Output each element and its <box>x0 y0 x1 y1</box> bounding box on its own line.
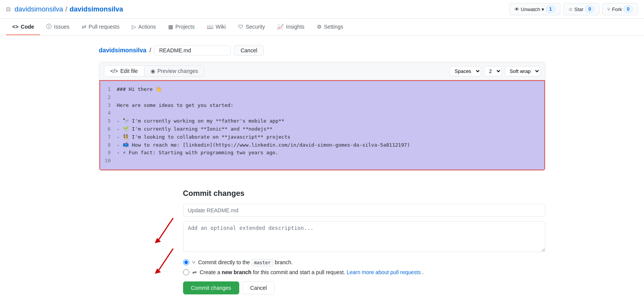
repo-icon: ⊡ <box>6 6 11 12</box>
code-editor[interactable]: 1 2 3 4 5 6 7 8 9 10 ### Hi there 👋 Here… <box>99 80 545 170</box>
radio-new-suffix: for this commit and start a pull request… <box>253 269 345 275</box>
spaces-select[interactable]: Spaces Tabs <box>450 66 481 76</box>
commit-title: Commit changes <box>183 189 545 198</box>
unwatch-button[interactable]: 👁 Unwatch ▾ 1 <box>509 3 560 15</box>
line-numbers: 1 2 3 4 5 6 7 8 9 10 <box>100 81 114 170</box>
security-icon: 🛡 <box>238 24 243 30</box>
commit-description-textarea[interactable] <box>183 221 545 252</box>
tab-wiki-label: Wiki <box>216 24 225 30</box>
wiki-icon: 📖 <box>207 24 213 30</box>
tab-code[interactable]: <> Code <box>6 19 40 35</box>
fork-label: Fork <box>612 6 622 12</box>
top-actions: 👁 Unwatch ▾ 1 ☆ Star 0 ⑂ Fork 0 <box>509 3 638 15</box>
repo-title-sep: / <box>65 5 67 13</box>
fork-icon: ⑂ <box>607 6 610 12</box>
commit-message-input[interactable] <box>183 204 545 217</box>
issues-icon: ⓘ <box>46 23 52 30</box>
repo-title: ⊡ davidsimonsilva / davidsimonsilva <box>6 5 123 13</box>
breadcrumb-owner[interactable]: davidsimonsilva <box>99 47 147 54</box>
projects-icon: ▦ <box>168 24 173 30</box>
fork-button[interactable]: ⑂ Fork 0 <box>602 3 638 15</box>
code-textarea[interactable]: ### Hi there 👋 Here are some ideas to ge… <box>114 81 544 170</box>
edit-icon: </> <box>110 68 118 74</box>
tab-pull-requests[interactable]: ⇄ Pull requests <box>76 19 126 35</box>
tab-issues[interactable]: ⓘ Issues <box>40 19 75 36</box>
editor-container: </> Edit file ◉ Preview changes Spaces T… <box>99 62 545 171</box>
preview-label: Preview changes <box>157 68 198 74</box>
radio-new-branch-option: ⇌ Create a new branch for this commit an… <box>183 269 545 275</box>
tab-security[interactable]: 🛡 Security <box>232 19 271 35</box>
pr-icon: ⇄ <box>82 24 86 30</box>
tab-code-label: Code <box>21 24 34 30</box>
radio-direct-text: Commit directly to the <box>198 259 250 265</box>
editor-toolbar: </> Edit file ◉ Preview changes Spaces T… <box>99 62 545 80</box>
svg-line-0 <box>158 218 173 241</box>
branch-split-icon: ⇌ <box>192 269 197 275</box>
unwatch-label: Unwatch <box>521 6 540 12</box>
indent-select[interactable]: 2 4 8 <box>484 66 502 76</box>
repo-name-link[interactable]: davidsimonsilva <box>70 5 123 13</box>
star-label: Star <box>574 6 584 12</box>
radio-direct-input[interactable] <box>183 259 189 265</box>
radio-direct-suffix: branch. <box>275 259 293 265</box>
filename-input[interactable] <box>154 45 231 55</box>
star-count: 0 <box>585 5 595 13</box>
tab-pr-label: Pull requests <box>89 24 120 30</box>
tab-insights-label: Insights <box>286 24 304 30</box>
breadcrumb: davidsimonsilva / Cancel <box>99 45 545 56</box>
edit-file-tab[interactable]: </> Edit file <box>104 65 144 77</box>
red-arrows-svg <box>146 210 177 279</box>
tab-wiki[interactable]: 📖 Wiki <box>201 19 232 35</box>
unwatch-count: 1 <box>546 5 555 13</box>
tab-actions-label: Actions <box>138 24 156 30</box>
radio-direct-option: ⑂ Commit directly to the master branch. <box>183 259 545 265</box>
chevron-down-icon: ▾ <box>542 6 544 12</box>
main-content: davidsimonsilva / Cancel </> Edit file ◉… <box>93 36 552 304</box>
new-branch-bold: new branch <box>222 269 251 275</box>
star-button[interactable]: ☆ Star 0 <box>563 3 600 15</box>
settings-icon: ⚙ <box>317 24 322 30</box>
preview-changes-tab[interactable]: ◉ Preview changes <box>144 65 205 77</box>
arrows-col <box>99 180 183 279</box>
svg-line-2 <box>158 249 173 271</box>
branch-name-badge: master <box>251 259 273 267</box>
breadcrumb-sep: / <box>149 47 151 54</box>
tab-actions[interactable]: ▷ Actions <box>126 19 162 35</box>
tab-projects-label: Projects <box>175 24 195 30</box>
code-icon: <> <box>12 24 18 30</box>
nav-tabs: <> Code ⓘ Issues ⇄ Pull requests ▷ Actio… <box>0 19 644 36</box>
radio-new-text: Create a <box>200 269 221 275</box>
insights-icon: 📈 <box>277 24 284 30</box>
tab-projects[interactable]: ▦ Projects <box>162 19 201 35</box>
top-bar: ⊡ davidsimonsilva / davidsimonsilva 👁 Un… <box>0 0 644 19</box>
radio-direct-label[interactable]: Commit directly to the master branch. <box>198 259 293 265</box>
commit-section: Commit changes ⑂ Commit directly to the … <box>183 189 545 294</box>
commit-changes-button[interactable]: Commit changes <box>183 281 239 294</box>
tab-settings[interactable]: ⚙ Settings <box>311 19 350 35</box>
breadcrumb-cancel-link[interactable]: Cancel <box>234 45 264 56</box>
commit-area-wrapper: Commit changes ⑂ Commit directly to the … <box>99 180 545 294</box>
commit-form: Commit changes ⑂ Commit directly to the … <box>183 180 545 294</box>
preview-icon: ◉ <box>151 68 155 74</box>
code-lines: 1 2 3 4 5 6 7 8 9 10 ### Hi there 👋 Here… <box>100 81 544 170</box>
editor-tabs: </> Edit file ◉ Preview changes <box>104 65 205 77</box>
edit-file-label: Edit file <box>120 68 138 74</box>
actions-icon: ▷ <box>132 24 136 30</box>
tab-issues-label: Issues <box>54 24 69 30</box>
radio-new-branch-input[interactable] <box>183 269 189 275</box>
radio-new-label[interactable]: Create a new branch for this commit and … <box>200 269 424 275</box>
fork-count: 0 <box>623 5 633 13</box>
tab-insights[interactable]: 📈 Insights <box>271 19 310 35</box>
commit-cancel-button[interactable]: Cancel <box>242 281 275 294</box>
star-icon: ☆ <box>568 6 573 12</box>
tab-security-label: Security <box>246 24 265 30</box>
eye-icon: 👁 <box>514 6 519 12</box>
branch-icon: ⑂ <box>192 259 195 265</box>
radio-group: ⑂ Commit directly to the master branch. … <box>183 259 545 275</box>
commit-actions: Commit changes Cancel <box>183 281 545 294</box>
soft-wrap-select[interactable]: Soft wrap No wrap <box>505 66 540 76</box>
repo-owner-link[interactable]: davidsimonsilva <box>15 5 63 13</box>
learn-more-link[interactable]: Learn more about pull requests <box>347 269 421 275</box>
editor-options: Spaces Tabs 2 4 8 Soft wrap No wrap <box>450 66 540 76</box>
tab-settings-label: Settings <box>324 24 344 30</box>
